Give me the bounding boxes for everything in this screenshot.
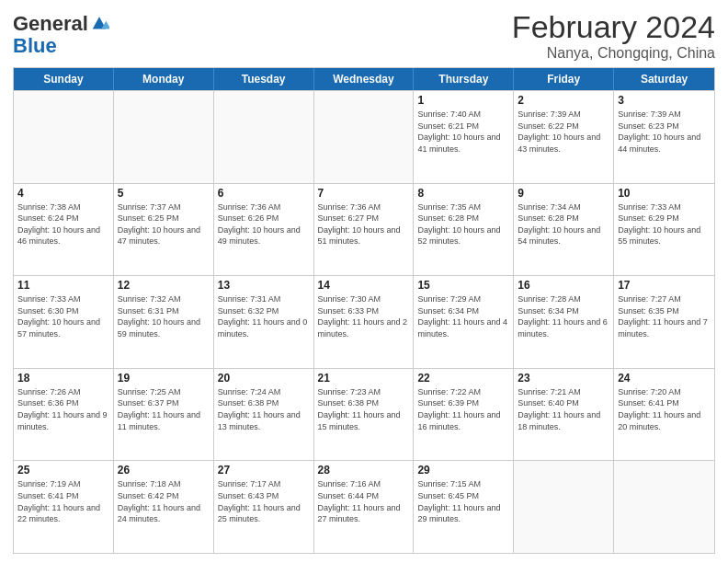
- day-info: Sunrise: 7:19 AMSunset: 6:41 PMDaylight:…: [17, 478, 109, 524]
- day-number: 21: [318, 372, 410, 385]
- day-number: 1: [417, 94, 509, 107]
- day-number: 27: [218, 464, 310, 477]
- calendar-cell: 16Sunrise: 7:28 AMSunset: 6:34 PMDayligh…: [514, 276, 614, 368]
- week-row-4: 25Sunrise: 7:19 AMSunset: 6:41 PMDayligh…: [14, 460, 714, 553]
- day-number: 15: [417, 279, 509, 292]
- day-info: Sunrise: 7:16 AMSunset: 6:44 PMDaylight:…: [318, 478, 410, 524]
- day-info: Sunrise: 7:31 AMSunset: 6:32 PMDaylight:…: [218, 293, 310, 339]
- day-info: Sunrise: 7:18 AMSunset: 6:42 PMDaylight:…: [118, 478, 210, 524]
- day-number: 29: [417, 464, 509, 477]
- calendar-cell: 15Sunrise: 7:29 AMSunset: 6:34 PMDayligh…: [414, 276, 514, 368]
- calendar-cell: [614, 461, 714, 553]
- day-number: 7: [318, 187, 410, 200]
- calendar-cell: 25Sunrise: 7:19 AMSunset: 6:41 PMDayligh…: [14, 461, 114, 553]
- day-number: 4: [17, 187, 109, 200]
- calendar-cell: [314, 91, 415, 183]
- calendar-cell: 8Sunrise: 7:35 AMSunset: 6:28 PMDaylight…: [414, 184, 514, 276]
- day-info: Sunrise: 7:15 AMSunset: 6:45 PMDaylight:…: [417, 478, 509, 524]
- day-info: Sunrise: 7:23 AMSunset: 6:38 PMDaylight:…: [318, 386, 410, 432]
- calendar-cell: 6Sunrise: 7:36 AMSunset: 6:26 PMDaylight…: [214, 184, 314, 276]
- calendar-cell: 17Sunrise: 7:27 AMSunset: 6:35 PMDayligh…: [614, 276, 714, 368]
- day-number: 24: [618, 372, 711, 385]
- day-info: Sunrise: 7:28 AMSunset: 6:34 PMDaylight:…: [518, 293, 609, 339]
- calendar-cell: 4Sunrise: 7:38 AMSunset: 6:24 PMDaylight…: [14, 184, 114, 276]
- day-number: 3: [618, 94, 711, 107]
- day-number: 18: [17, 372, 109, 385]
- calendar-cell: 2Sunrise: 7:39 AMSunset: 6:22 PMDaylight…: [514, 91, 614, 183]
- day-info: Sunrise: 7:26 AMSunset: 6:36 PMDaylight:…: [17, 386, 109, 432]
- day-info: Sunrise: 7:36 AMSunset: 6:27 PMDaylight:…: [318, 201, 410, 247]
- week-row-1: 4Sunrise: 7:38 AMSunset: 6:24 PMDaylight…: [14, 183, 714, 276]
- calendar-cell: 10Sunrise: 7:33 AMSunset: 6:29 PMDayligh…: [614, 184, 714, 276]
- header-cell-friday: Friday: [514, 68, 614, 90]
- logo-icon: [89, 14, 109, 34]
- calendar-cell: [114, 91, 214, 183]
- header-cell-sunday: Sunday: [14, 68, 114, 90]
- calendar-cell: 11Sunrise: 7:33 AMSunset: 6:30 PMDayligh…: [14, 276, 114, 368]
- calendar-cell: 5Sunrise: 7:37 AMSunset: 6:25 PMDaylight…: [114, 184, 214, 276]
- calendar-header: SundayMondayTuesdayWednesdayThursdayFrid…: [14, 68, 714, 90]
- day-info: Sunrise: 7:33 AMSunset: 6:29 PMDaylight:…: [618, 201, 711, 247]
- calendar-cell: 24Sunrise: 7:20 AMSunset: 6:41 PMDayligh…: [614, 369, 714, 461]
- day-info: Sunrise: 7:22 AMSunset: 6:39 PMDaylight:…: [417, 386, 509, 432]
- calendar-cell: 19Sunrise: 7:25 AMSunset: 6:37 PMDayligh…: [114, 369, 214, 461]
- header-cell-wednesday: Wednesday: [314, 68, 415, 90]
- day-number: 16: [518, 279, 609, 292]
- day-number: 26: [118, 464, 210, 477]
- calendar-cell: [514, 461, 614, 553]
- sub-title: Nanya, Chongqing, China: [512, 45, 715, 62]
- calendar-cell: [214, 91, 314, 183]
- main-title: February 2024: [512, 9, 715, 45]
- calendar-cell: [14, 91, 114, 183]
- day-info: Sunrise: 7:35 AMSunset: 6:28 PMDaylight:…: [417, 201, 509, 247]
- header-cell-tuesday: Tuesday: [214, 68, 314, 90]
- day-number: 8: [417, 187, 509, 200]
- calendar: SundayMondayTuesdayWednesdayThursdayFrid…: [13, 67, 715, 554]
- day-number: 9: [518, 187, 609, 200]
- calendar-cell: 12Sunrise: 7:32 AMSunset: 6:31 PMDayligh…: [114, 276, 214, 368]
- calendar-cell: 13Sunrise: 7:31 AMSunset: 6:32 PMDayligh…: [214, 276, 314, 368]
- title-block: February 2024 Nanya, Chongqing, China: [512, 9, 715, 62]
- calendar-cell: 26Sunrise: 7:18 AMSunset: 6:42 PMDayligh…: [114, 461, 214, 553]
- calendar-cell: 21Sunrise: 7:23 AMSunset: 6:38 PMDayligh…: [314, 369, 415, 461]
- calendar-cell: 22Sunrise: 7:22 AMSunset: 6:39 PMDayligh…: [414, 369, 514, 461]
- week-row-2: 11Sunrise: 7:33 AMSunset: 6:30 PMDayligh…: [14, 275, 714, 368]
- logo-text: General Blue: [13, 13, 109, 57]
- header: General Blue February 2024 Nanya, Chongq…: [13, 9, 715, 62]
- day-info: Sunrise: 7:39 AMSunset: 6:23 PMDaylight:…: [618, 109, 711, 155]
- day-number: 14: [318, 279, 410, 292]
- day-number: 19: [118, 372, 210, 385]
- calendar-cell: 7Sunrise: 7:36 AMSunset: 6:27 PMDaylight…: [314, 184, 415, 276]
- day-info: Sunrise: 7:37 AMSunset: 6:25 PMDaylight:…: [118, 201, 210, 247]
- calendar-cell: 23Sunrise: 7:21 AMSunset: 6:40 PMDayligh…: [514, 369, 614, 461]
- calendar-cell: 20Sunrise: 7:24 AMSunset: 6:38 PMDayligh…: [214, 369, 314, 461]
- day-info: Sunrise: 7:29 AMSunset: 6:34 PMDaylight:…: [417, 293, 509, 339]
- day-number: 2: [518, 94, 609, 107]
- day-info: Sunrise: 7:30 AMSunset: 6:33 PMDaylight:…: [318, 293, 410, 339]
- day-info: Sunrise: 7:32 AMSunset: 6:31 PMDaylight:…: [118, 293, 210, 339]
- day-info: Sunrise: 7:38 AMSunset: 6:24 PMDaylight:…: [17, 201, 109, 247]
- day-info: Sunrise: 7:36 AMSunset: 6:26 PMDaylight:…: [218, 201, 310, 247]
- day-info: Sunrise: 7:27 AMSunset: 6:35 PMDaylight:…: [618, 293, 711, 339]
- calendar-cell: 14Sunrise: 7:30 AMSunset: 6:33 PMDayligh…: [314, 276, 415, 368]
- day-number: 13: [218, 279, 310, 292]
- day-number: 23: [518, 372, 609, 385]
- page: General Blue February 2024 Nanya, Chongq…: [0, 0, 728, 563]
- calendar-cell: 27Sunrise: 7:17 AMSunset: 6:43 PMDayligh…: [214, 461, 314, 553]
- calendar-body: 1Sunrise: 7:40 AMSunset: 6:21 PMDaylight…: [14, 90, 714, 553]
- calendar-cell: 3Sunrise: 7:39 AMSunset: 6:23 PMDaylight…: [614, 91, 714, 183]
- header-cell-thursday: Thursday: [414, 68, 514, 90]
- logo: General Blue: [13, 13, 109, 57]
- calendar-cell: 28Sunrise: 7:16 AMSunset: 6:44 PMDayligh…: [314, 461, 415, 553]
- day-info: Sunrise: 7:20 AMSunset: 6:41 PMDaylight:…: [618, 386, 711, 432]
- header-cell-monday: Monday: [114, 68, 214, 90]
- header-cell-saturday: Saturday: [614, 68, 714, 90]
- day-number: 5: [118, 187, 210, 200]
- day-number: 11: [17, 279, 109, 292]
- calendar-cell: 18Sunrise: 7:26 AMSunset: 6:36 PMDayligh…: [14, 369, 114, 461]
- calendar-cell: 9Sunrise: 7:34 AMSunset: 6:28 PMDaylight…: [514, 184, 614, 276]
- day-number: 10: [618, 187, 711, 200]
- day-number: 6: [218, 187, 310, 200]
- day-number: 17: [618, 279, 711, 292]
- day-info: Sunrise: 7:25 AMSunset: 6:37 PMDaylight:…: [118, 386, 210, 432]
